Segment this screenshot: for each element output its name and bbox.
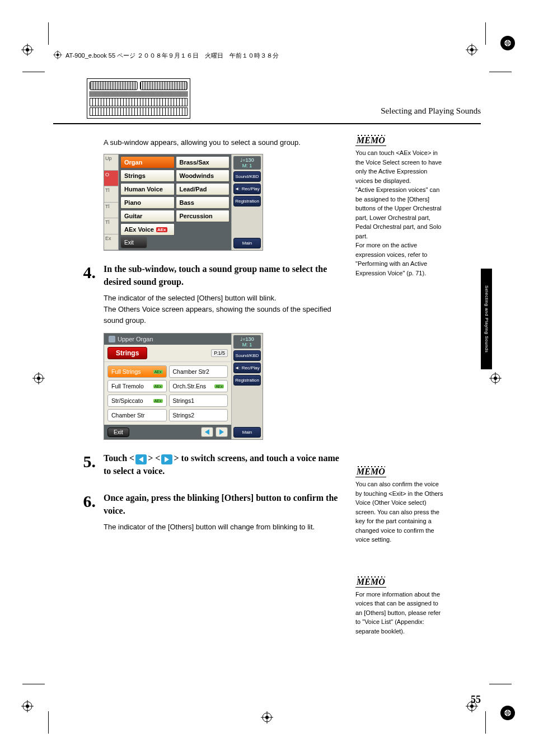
- triangle-left-icon: [205, 429, 209, 435]
- running-head-text: AT-900_e.book 55 ページ ２００８年９月１６日 火曜日 午前１０…: [65, 51, 279, 60]
- soundkbd-button[interactable]: Sound/KBD: [233, 350, 261, 361]
- bg-cell: Tl: [104, 218, 118, 234]
- aex-badge: AEx: [153, 399, 163, 403]
- tempo-display: ♩=130M: 1: [233, 156, 261, 170]
- title-icon: [109, 336, 115, 342]
- strings-tab[interactable]: Strings: [107, 347, 147, 359]
- prev-page-button[interactable]: [201, 427, 213, 437]
- group-organ-button[interactable]: Organ: [120, 156, 175, 168]
- crop-mark: [48, 22, 49, 45]
- aex-badge: AEx: [153, 384, 163, 388]
- memo-block: MEMO You can also confirm the voice by t…: [355, 466, 445, 544]
- group-bass-button[interactable]: Bass: [176, 196, 230, 209]
- crop-mark: [489, 72, 512, 72]
- bg-cell: Tl: [104, 203, 118, 219]
- group-brasssax-button[interactable]: Brass/Sax: [176, 156, 230, 168]
- step-number: 4.: [70, 263, 96, 326]
- divider: [53, 123, 481, 124]
- group-leadpad-button[interactable]: Lead/Pad: [176, 183, 230, 195]
- registration-mark-icon: [495, 701, 520, 725]
- intro-paragraph: A sub-window appears, allowing you to se…: [104, 137, 344, 148]
- registration-mark-icon: [21, 700, 34, 712]
- voice-button[interactable]: Chamber Str2: [169, 365, 228, 378]
- step-number: 6.: [70, 492, 96, 533]
- tempo-display: ♩=130M: 1: [233, 335, 261, 349]
- step-heading: In the sub-window, touch a sound group n…: [104, 263, 344, 288]
- voice-button[interactable]: Full TremoloAEx: [107, 380, 167, 392]
- page-indicator: P.1/5: [211, 349, 228, 357]
- group-percussion-button[interactable]: Percussion: [176, 210, 230, 222]
- triangle-left-icon: [139, 457, 143, 462]
- step-paragraph: The indicator of the selected [Others] b…: [104, 293, 344, 304]
- group-humanvoice-button[interactable]: Human Voice: [120, 183, 175, 195]
- exit-button[interactable]: Exit: [120, 237, 147, 248]
- step-heading: Touch <> <> to switch screens, and touch…: [104, 452, 344, 477]
- memo-text: You can also confirm the voice by touchi…: [355, 480, 445, 544]
- page-number: 55: [471, 694, 481, 706]
- registration-mark-icon: [21, 44, 34, 56]
- bg-cell: Tl: [104, 186, 118, 203]
- step-number: 5.: [70, 452, 96, 482]
- recplay-button[interactable]: ◄: Rec/Play: [233, 184, 261, 194]
- memo-block: MEMO For more information about the voic…: [355, 576, 445, 636]
- thumb-tab-label: Selecting and Playing Sounds: [484, 285, 489, 353]
- triangle-right-icon: [165, 457, 169, 462]
- recplay-button[interactable]: ◄: Rec/Play: [233, 363, 261, 373]
- voice-button[interactable]: Chamber Str: [107, 409, 167, 421]
- step-paragraph: The indicator of the [Others] button wil…: [104, 522, 344, 533]
- voice-button[interactable]: Full StringsAEx: [107, 365, 167, 378]
- step-paragraph: The Others Voice screen appears, showing…: [104, 304, 344, 326]
- crop-mark: [22, 72, 45, 72]
- aex-tag-icon: AEx: [156, 227, 167, 232]
- voice-button[interactable]: Strings1: [169, 395, 228, 407]
- registration-mark-icon: [53, 50, 62, 60]
- running-head: AT-900_e.book 55 ページ ２００８年９月１６日 火曜日 午前１０…: [53, 50, 481, 60]
- step-heading: Once again, press the blinking [Others] …: [104, 492, 344, 517]
- crop-mark: [485, 711, 486, 734]
- memo-block: MEMO You can touch <AEx Voice> in the Vo…: [355, 134, 445, 278]
- crop-mark: [22, 684, 45, 684]
- aex-badge: AEx: [153, 370, 163, 374]
- main-button[interactable]: Main: [233, 427, 261, 438]
- exit-button[interactable]: Exit: [107, 428, 129, 437]
- section-title: Selecting and Playing Sounds: [381, 106, 481, 116]
- thumb-tab: Selecting and Playing Sounds: [481, 269, 492, 369]
- crop-mark: [489, 684, 512, 684]
- step-6: 6. Once again, press the blinking [Other…: [70, 492, 344, 533]
- bg-cell: Ex: [104, 234, 118, 251]
- step-4: 4. In the sub-window, touch a sound grou…: [70, 263, 344, 326]
- bg-cell: Up: [104, 154, 118, 171]
- others-voice-screen-screenshot: Upper Organ Strings P.1/5 Full StringsAE…: [104, 333, 263, 440]
- crop-mark: [48, 711, 49, 734]
- memo-text: You can touch <AEx Voice> in the Voice S…: [355, 148, 445, 278]
- registration-button[interactable]: Registration: [233, 196, 261, 206]
- voice-button[interactable]: Str/SpiccatoAEx: [107, 395, 167, 407]
- main-button[interactable]: Main: [233, 238, 261, 248]
- memo-heading: MEMO: [355, 466, 386, 477]
- next-page-button[interactable]: [216, 427, 228, 437]
- memo-text: For more information about the voices th…: [355, 590, 445, 636]
- voice-button[interactable]: Strings2: [169, 409, 228, 421]
- group-woodwinds-button[interactable]: Woodwinds: [176, 170, 230, 182]
- sound-group-subwindow-screenshot: Up O Tl Tl Tl Ex Organ Brass/Sax Strings…: [104, 154, 263, 251]
- memo-heading: MEMO: [355, 576, 386, 588]
- prev-icon: [135, 454, 147, 464]
- group-aexvoice-button[interactable]: AEx VoiceAEx: [120, 223, 175, 236]
- group-guitar-button[interactable]: Guitar: [120, 210, 175, 222]
- memo-heading: MEMO: [355, 134, 386, 146]
- triangle-right-icon: [219, 429, 224, 435]
- screen-title: Upper Organ: [118, 336, 153, 342]
- device-illustration: [87, 78, 190, 119]
- next-icon: [161, 454, 172, 464]
- aex-badge: AEx: [214, 384, 224, 388]
- registration-button[interactable]: Registration: [233, 375, 261, 386]
- crop-mark: [485, 22, 486, 45]
- registration-mark-icon: [495, 31, 520, 55]
- voice-button[interactable]: Orch.Str.EnsAEx: [169, 380, 228, 392]
- group-piano-button[interactable]: Piano: [120, 196, 175, 209]
- screen-titlebar: Upper Organ: [104, 334, 231, 345]
- group-strings-button[interactable]: Strings: [120, 170, 175, 182]
- registration-mark-icon: [32, 372, 45, 384]
- aex-label: AEx Voice: [124, 226, 154, 233]
- soundkbd-button[interactable]: Sound/KBD: [233, 171, 261, 182]
